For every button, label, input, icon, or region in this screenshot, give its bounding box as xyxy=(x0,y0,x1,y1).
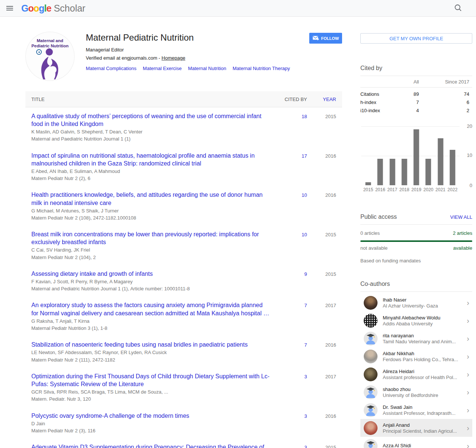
chevron-right-icon[interactable]: › xyxy=(464,388,469,396)
chart-bar[interactable]: 2015 xyxy=(363,126,373,185)
coauthor-row[interactable]: rita narayanan Tamil Nadu Veterinary and… xyxy=(360,329,472,347)
chart-bar[interactable]: 2019 xyxy=(411,126,421,185)
coauthor-row[interactable]: shaobo zhou University of Bedfordshire › xyxy=(360,383,472,401)
article-title-link[interactable]: Assessing dietary intake and growth of i… xyxy=(31,270,270,278)
article-cited-count[interactable]: 7 xyxy=(304,303,307,308)
article-title-link[interactable]: A qualitative study of mothers’ percepti… xyxy=(31,112,270,128)
coauthor-affiliation: Assistant Professor, Indraprasth... xyxy=(383,410,464,416)
article-title-link[interactable]: Health practitioners knowledge, beliefs,… xyxy=(31,191,270,206)
verified-email: Verified email at engjournals.com - Home… xyxy=(86,55,342,61)
article-cited-count[interactable]: 18 xyxy=(302,114,307,119)
coauthor-name[interactable]: Minyahil Alebachew Woldu xyxy=(383,315,464,321)
article-title-link[interactable]: Impact of spirulina on nutritional statu… xyxy=(31,152,270,167)
article-cited-count[interactable]: 3 xyxy=(304,413,307,419)
follow-button[interactable]: FOLLOW xyxy=(309,33,342,44)
chart-x-tick: 2016 xyxy=(375,187,385,192)
chevron-right-icon[interactable]: › xyxy=(464,299,469,306)
public-access-section: Public access VIEW ALL 0 articles 2 arti… xyxy=(360,214,472,264)
article-row: Polycystic ovary syndrome-A challenge of… xyxy=(25,407,342,439)
article-venue: Maternal and Pediatric Nutrition Journal… xyxy=(31,286,270,292)
coauthor-row[interactable]: Alireza Heidari Assistant professor of H… xyxy=(360,365,472,383)
chevron-right-icon[interactable]: › xyxy=(464,406,469,414)
search-icon[interactable] xyxy=(454,3,463,13)
article-cited-count[interactable]: 10 xyxy=(302,192,307,198)
view-all-link[interactable]: VIEW ALL xyxy=(450,214,472,220)
coauthor-name[interactable]: Ihab Naser xyxy=(383,297,464,303)
coauthor-row[interactable]: Dr. Swati Jain Assistant Professor, Indr… xyxy=(360,401,472,419)
coauthor-name[interactable]: Akbar Nikkhah xyxy=(383,351,464,356)
article-title-link[interactable]: Stabilization of nasoenteric feeding tub… xyxy=(31,341,270,348)
chevron-right-icon[interactable]: › xyxy=(464,424,469,432)
google-scholar-logo[interactable]: Google Scholar xyxy=(21,3,85,14)
coauthor-name[interactable]: Anjali Anand xyxy=(383,422,464,428)
interest-link[interactable]: Maternal Nutrition xyxy=(188,66,226,71)
chart-x-tick: 2019 xyxy=(411,187,422,192)
coauthor-avatar xyxy=(364,439,378,448)
coauthor-name[interactable]: rita narayanan xyxy=(383,333,464,338)
coauthor-name[interactable]: shaobo zhou xyxy=(383,387,464,392)
chevron-right-icon[interactable]: › xyxy=(464,370,469,378)
citations-chart-plot: 20152016201720182019202020212022 xyxy=(361,126,460,185)
article-cited-count[interactable]: 3 xyxy=(304,374,307,379)
coauthor-name[interactable]: Alireza Heidari xyxy=(383,369,464,374)
article-authors: LE Newton, SF Abdessalam, SC Raynor, ER … xyxy=(31,350,270,356)
interests-row: Maternal Complications Maternal Exercise… xyxy=(86,66,342,71)
article-authors: C Cai, SV Harding, JK Friel xyxy=(31,247,270,253)
coauthor-avatar xyxy=(364,367,378,381)
coauthor-name[interactable]: Azza Al Shidi xyxy=(383,443,464,448)
article-year: 2016 xyxy=(307,191,336,221)
column-cited-by[interactable]: CITED BY xyxy=(270,97,307,102)
article-venue: Matern Pediatr Nutr 2 (108), 2472-1182.1… xyxy=(31,215,270,221)
article-title-link[interactable]: An exploratory study to assess the facto… xyxy=(31,301,270,317)
chevron-right-icon[interactable]: › xyxy=(464,317,469,324)
chart-bar[interactable]: 2022 xyxy=(448,126,457,185)
chart-bar[interactable]: 2018 xyxy=(400,126,409,185)
homepage-link[interactable]: Homepage xyxy=(162,55,185,61)
coauthor-row[interactable]: Azza Al Shidi › xyxy=(360,437,472,448)
chevron-right-icon[interactable]: › xyxy=(464,442,469,448)
coauthor-affiliation: Principal Scientist, Indian Agricul... xyxy=(383,428,464,434)
chart-x-tick: 2020 xyxy=(423,187,433,192)
coauthor-affiliation: Assistant professor of Health Pol... xyxy=(383,375,464,380)
not-available-label: not available xyxy=(360,245,388,251)
chart-bar[interactable]: 2016 xyxy=(375,126,385,185)
coauthor-row[interactable]: Anjali Anand Principal Scientist, Indian… xyxy=(360,419,472,437)
coauthors-list: Ihab Naser Al Azhar University- Gaza › xyxy=(360,294,472,448)
article-title-link[interactable]: Adequate Vitamin D3 Supplementation duri… xyxy=(31,443,270,448)
coauthor-row[interactable]: Akbar Nikkhah Ferdows Pars Holding Co., … xyxy=(360,347,472,365)
metric-label[interactable]: h-index xyxy=(360,100,393,105)
metric-label[interactable]: i10-index xyxy=(360,108,393,113)
cited-by-table: All Since 2017 Citations 89 74 h-index 7… xyxy=(360,76,472,114)
article-cited-count[interactable]: 10 xyxy=(302,232,307,237)
chevron-right-icon[interactable]: › xyxy=(464,335,469,342)
article-cited-count[interactable]: 7 xyxy=(304,342,307,348)
logo-letter: G xyxy=(21,3,28,13)
metric-label[interactable]: Citations xyxy=(360,91,393,97)
chevron-right-icon[interactable]: › xyxy=(464,353,469,360)
profile-photo[interactable]: Maternal and Pediatric Nutrition xyxy=(25,32,75,81)
article-title-link[interactable]: Breast milk iron concentrations may be l… xyxy=(31,230,270,246)
coauthor-row[interactable]: Minyahil Alebachew Woldu Addis Ababa Uni… xyxy=(360,312,472,329)
interest-link[interactable]: Maternal Exercise xyxy=(143,66,182,71)
article-title-link[interactable]: Optimization during the First Thousand D… xyxy=(31,372,270,388)
article-cited-count[interactable]: 17 xyxy=(302,153,307,159)
article-venue: Maternal and Paediatric Nutrition Journa… xyxy=(31,136,270,142)
interest-link[interactable]: Maternal Complications xyxy=(86,66,137,71)
column-year[interactable]: YEAR xyxy=(307,97,336,102)
articles-table-header: TITLE CITED BY YEAR xyxy=(25,91,342,107)
interest-link[interactable]: Maternal Nutrition Therapy xyxy=(233,66,290,71)
coauthor-name[interactable]: Dr. Swati Jain xyxy=(383,404,464,410)
column-title[interactable]: TITLE xyxy=(31,97,270,102)
chart-bar[interactable]: 2021 xyxy=(436,126,445,185)
article-cited-count[interactable]: 9 xyxy=(304,271,307,277)
article-authors: G Raksha, T Anjali, T Kirna xyxy=(31,318,270,324)
coauthor-row[interactable]: Ihab Naser Al Azhar University- Gaza › xyxy=(360,294,472,312)
article-cited-count[interactable]: 3 xyxy=(304,445,307,448)
default-scholar-avatar-icon xyxy=(364,439,378,448)
article-authors: F Kavian, J Scott, R Perry, R Byrne, A M… xyxy=(31,279,270,285)
get-my-own-profile-button[interactable]: GET MY OWN PROFILE xyxy=(360,33,472,44)
chart-bar[interactable]: 2020 xyxy=(423,126,433,185)
menu-icon[interactable] xyxy=(5,3,15,13)
chart-bar[interactable]: 2017 xyxy=(388,126,397,185)
article-title-link[interactable]: Polycystic ovary syndrome-A challenge of… xyxy=(31,412,270,420)
